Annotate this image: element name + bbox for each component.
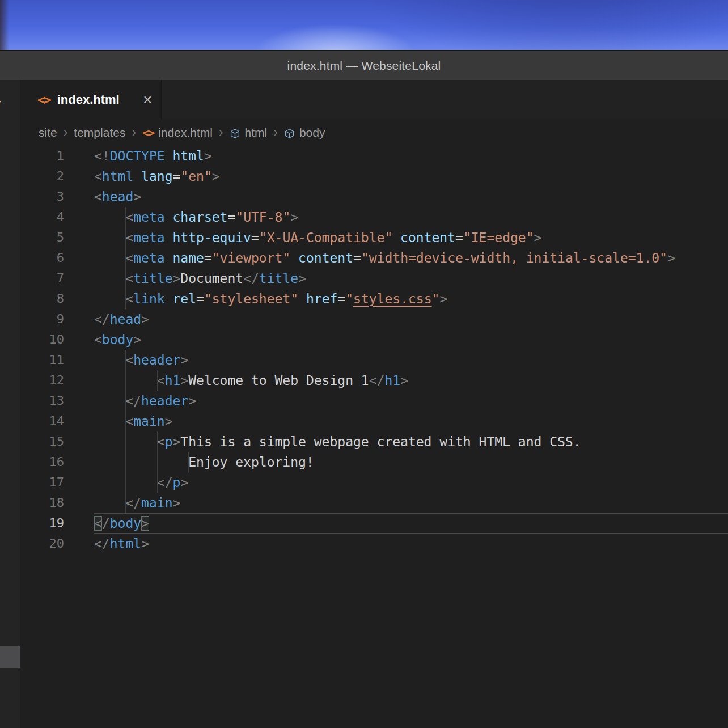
code-line-20[interactable]: 20</html> [20,534,728,554]
code-token: < [125,251,133,265]
line-number[interactable]: 14 [20,411,64,431]
line-number[interactable]: 17 [20,472,64,493]
code-line-3[interactable]: 3<head> [20,187,728,207]
line-number[interactable]: 12 [20,370,64,391]
code-line-content[interactable]: <meta http-equiv="X-UA-Compatible" conte… [94,227,728,248]
code-line-16[interactable]: 16 Enjoy exploring! [20,452,728,472]
tab-index-html[interactable]: <> index.html × [20,80,162,120]
code-line-8[interactable]: 8 <link rel="stylesheet" href="styles.cs… [20,289,728,309]
code-line-content[interactable]: <p>This is a simple webpage created with… [94,431,728,452]
line-number[interactable]: 4 [20,207,64,227]
line-number[interactable]: 18 [20,493,64,513]
code-token: header [141,393,188,408]
line-number[interactable]: 16 [20,452,64,472]
code-line-1[interactable]: 1<!DOCTYPE html> [20,146,728,166]
code-line-content[interactable]: <link rel="stylesheet" href="styles.css"… [94,289,728,309]
code-line-2[interactable]: 2<html lang="en"> [20,166,728,187]
code-token: head [102,189,133,204]
code-token: DOCTYPE [110,149,165,163]
line-number[interactable]: 15 [20,431,64,452]
code-line-content[interactable]: Enjoy exploring! [94,452,728,472]
code-token: = [196,291,204,306]
code-token: < [125,271,133,286]
code-token: p [172,475,180,490]
code-token: = [204,251,212,265]
code-line-content[interactable]: <main> [94,411,728,431]
code-line-11[interactable]: 11 <header> [20,350,728,370]
code-token: </ [369,373,385,388]
line-number[interactable]: 6 [20,248,64,268]
code-line-14[interactable]: 14 <main> [20,411,728,431]
line-number[interactable]: 13 [20,391,64,411]
code-token: < [94,189,102,204]
code-line-content[interactable]: </p> [94,472,728,493]
line-number[interactable]: 19 [20,513,64,534]
line-number[interactable]: 1 [20,146,64,166]
code-line-5[interactable]: 5 <meta http-equiv="X-UA-Compatible" con… [20,227,728,248]
left-panel-scroll-thumb[interactable] [0,646,20,668]
code-token: name [173,251,204,265]
code-token: </ [125,393,141,408]
code-line-content[interactable]: </header> [94,391,728,411]
code-token: > [400,373,408,388]
line-number[interactable]: 2 [20,166,64,187]
indent-guide [125,493,126,513]
line-number[interactable]: 9 [20,309,64,329]
code-token: > [180,475,188,490]
code-token: meta [133,251,164,265]
code-token: link [133,291,164,306]
code-line-12[interactable]: 12 <h1>Welcome to Web Design 1</h1> [20,370,728,391]
code-token: > [173,434,181,449]
code-line-10[interactable]: 10<body> [20,329,728,350]
code-token: > [165,414,173,429]
code-line-content[interactable]: <body> [94,329,728,350]
line-number[interactable]: 20 [20,534,64,554]
code-token [165,230,173,245]
code-area[interactable]: 1<!DOCTYPE html>2<html lang="en">3<head>… [20,146,728,554]
code-token [290,251,298,265]
line-number[interactable]: 11 [20,350,64,370]
code-line-content[interactable]: <!DOCTYPE html> [94,146,728,166]
code-line-content[interactable]: <meta charset="UTF-8"> [94,207,728,227]
code-token [133,169,141,184]
code-line-4[interactable]: 4 <meta charset="UTF-8"> [20,207,728,227]
symbol-cube-icon [284,128,295,139]
code-token: </ [157,475,173,490]
line-number[interactable]: 10 [20,329,64,350]
code-line-content[interactable]: </main> [94,493,728,513]
close-icon[interactable]: × [143,92,152,108]
code-line-13[interactable]: 13 </header> [20,391,728,411]
code-line-9[interactable]: 9</head> [20,309,728,329]
code-line-15[interactable]: 15 <p>This is a simple webpage created w… [20,431,728,452]
code-line-content[interactable]: </body> [94,513,728,534]
window-titlebar[interactable]: index.html — WebseiteLokal [0,50,728,80]
line-number[interactable]: 8 [20,289,64,309]
line-number[interactable]: 3 [20,187,64,207]
code-token [165,291,173,306]
breadcrumb-item-templates[interactable]: templates [74,126,125,139]
code-line-6[interactable]: 6 <meta name="viewport" content="width=d… [20,248,728,268]
code-line-content[interactable]: <meta name="viewport" content="width=dev… [94,248,728,268]
code-line-content[interactable]: <html lang="en"> [94,166,728,187]
code-token: title [133,271,172,286]
code-line-17[interactable]: 17 </p> [20,472,728,493]
line-number[interactable]: 7 [20,268,64,289]
code-line-content[interactable]: <title>Document</title> [94,268,728,289]
code-line-19[interactable]: 19</body> [20,513,728,534]
code-line-content[interactable]: </head> [94,309,728,329]
breadcrumb-item-index.html[interactable]: <>index.html [142,126,213,139]
line-number[interactable]: 5 [20,227,64,248]
code-token: href [306,291,337,306]
code-line-content[interactable]: </html> [94,534,728,554]
code-line-7[interactable]: 7 <title>Document</title> [20,268,728,289]
code-line-18[interactable]: 18 </main> [20,493,728,513]
code-line-content[interactable]: <header> [94,350,728,370]
code-token [165,210,173,225]
code-line-content[interactable]: <h1>Welcome to Web Design 1</h1> [94,370,728,391]
code-token: > [141,516,149,531]
breadcrumb-item-html[interactable]: html [230,126,268,139]
breadcrumb-item-site[interactable]: site [39,126,57,139]
code-line-content[interactable]: <head> [94,187,728,207]
breadcrumb-item-body[interactable]: body [284,126,325,139]
code-token: = [173,169,181,184]
